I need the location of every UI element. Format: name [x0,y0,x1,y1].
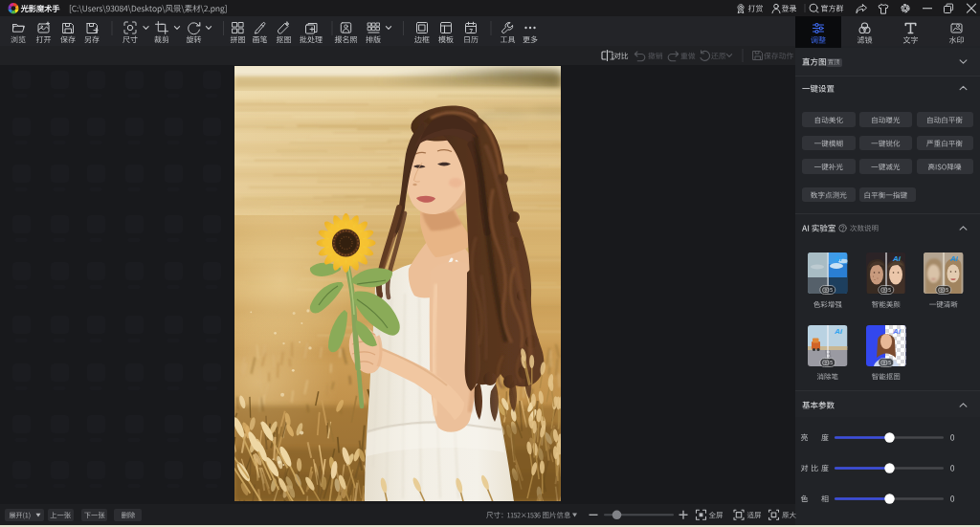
svg-text:5: 5 [888,360,891,365]
svg-text:Ai: Ai [892,327,902,336]
svg-text:5: 5 [888,287,891,293]
svg-text:5: 5 [946,287,948,293]
svg-text:5: 5 [830,287,833,293]
svg-text:Ai: Ai [834,254,843,263]
svg-text:Ai: Ai [949,254,959,263]
svg-text:Ai: Ai [892,254,902,263]
svg-text:Ai: Ai [834,327,843,336]
svg-text:5: 5 [830,360,833,365]
